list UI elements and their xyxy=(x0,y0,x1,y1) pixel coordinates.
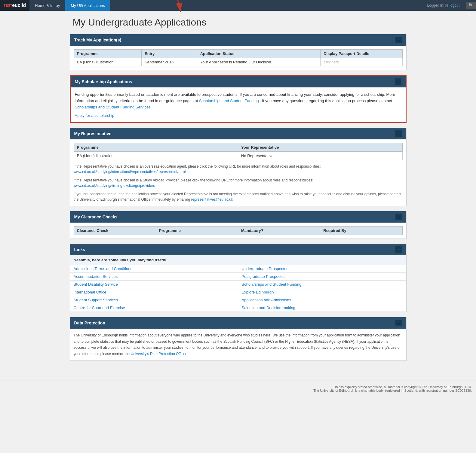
cell-passport[interactable]: click here xyxy=(321,58,402,66)
col-app-status: Application Status xyxy=(197,50,321,58)
brand-euclid: euclid xyxy=(12,3,26,8)
apply-scholarship-link[interactable]: Apply for a scholarship xyxy=(75,113,115,118)
scholarship-body: Funding opportunities primarily based on… xyxy=(71,87,406,122)
logout-link[interactable]: logout xyxy=(450,3,459,8)
track-section-header: Track My Application(s) − xyxy=(70,34,406,46)
link-scholarships-funding[interactable]: Scholarships and Student Funding xyxy=(238,281,406,288)
link-student-support[interactable]: Student Support Services xyxy=(70,296,238,304)
links-toggle[interactable]: − xyxy=(395,246,402,253)
navbar: TESTeuclid Home & Intray My UG Applicati… xyxy=(0,0,476,11)
footer-line2: The University of Edinburgh is a charita… xyxy=(4,389,472,392)
dp-toggle[interactable]: − xyxy=(395,320,402,326)
dp-body: The University of Edinburgh holds inform… xyxy=(70,329,406,360)
cell-programme: BA (Hons) Illustration xyxy=(74,58,142,66)
representative-section: My Representative − Programme Your Repre… xyxy=(70,128,407,206)
rep-programme: BA (Hons) Illustration xyxy=(74,152,238,160)
nav-links: Home & Intray My UG Applications xyxy=(29,0,110,11)
links-greeting: Neshmia, here are some links you may fin… xyxy=(70,255,406,265)
nav-ug-applications[interactable]: My UG Applications xyxy=(65,0,110,11)
footer: Unless explicitly stated otherwise, all … xyxy=(0,381,476,397)
scholarship-section-header: My Scholarship Applications − xyxy=(71,76,406,87)
data-protection-section: Data Protection − The University of Edin… xyxy=(70,317,407,361)
rep-note-2: If the Representative you have chosen is… xyxy=(74,178,403,188)
scholarship-text: Funding opportunities primarily based on… xyxy=(75,92,401,110)
col-rep-name: Your Representative xyxy=(238,143,403,152)
clearance-section-title: My Clearance Checks xyxy=(74,214,118,219)
links-section-title: Links xyxy=(74,247,85,252)
dp-section-header: Data Protection − xyxy=(70,317,406,329)
links-grid: Admissions Terms and Conditions Undergra… xyxy=(70,265,406,312)
rep-note-1: If the Representative you have chosen is… xyxy=(74,164,403,175)
footer-line1: Unless explicitly stated otherwise, all … xyxy=(4,385,472,389)
scholarship-link-1[interactable]: Scholarships and Student Funding xyxy=(199,99,259,103)
brand-test: TEST xyxy=(4,4,12,7)
scholarship-text-2: . If you have any questions regarding th… xyxy=(260,99,392,103)
clearance-body: Clearance Check Programme Mandatory? Req… xyxy=(70,223,406,239)
links-section-header: Links − xyxy=(70,244,406,255)
nav-home[interactable]: Home & Intray xyxy=(29,0,65,11)
link-accommodation[interactable]: Accommodation Services xyxy=(70,273,238,281)
col-clearance-check: Clearance Check xyxy=(74,227,156,235)
dp-text-2: . xyxy=(187,352,188,356)
track-section-title: Track My Application(s) xyxy=(74,38,121,42)
rep-link-3[interactable]: representatives@ed.ac.uk xyxy=(191,197,233,202)
link-sport[interactable]: Centre for Sport and Exercise xyxy=(70,304,238,312)
clearance-section: My Clearance Checks − Clearance Check Pr… xyxy=(70,211,407,239)
dp-text: The University of Edinburgh holds inform… xyxy=(74,332,403,357)
rep-link-2[interactable]: www.ed.ac.uk/studying/visiting-exchange/… xyxy=(74,184,155,188)
cell-entry: September 2016 xyxy=(142,58,197,66)
dp-text-1: The University of Edinburgh holds inform… xyxy=(74,333,401,356)
clearance-section-header: My Clearance Checks − xyxy=(70,211,406,223)
link-ug-prospectus[interactable]: Undergraduate Prospectus xyxy=(238,265,406,273)
link-explore-edinburgh[interactable]: Explore Edinburgh xyxy=(238,288,406,296)
page-title-area: My Undergraduate Applications xyxy=(70,14,407,34)
passport-link[interactable]: click here xyxy=(324,60,339,64)
links-section: Links − Neshmia, here are some links you… xyxy=(70,244,407,312)
link-selection[interactable]: Selection and Decision-making xyxy=(238,304,406,312)
page-wrapper: My Undergraduate Applications Track My A… xyxy=(70,11,407,375)
representative-section-header: My Representative − xyxy=(70,128,406,139)
scholarship-section-title: My Scholarship Applications xyxy=(75,79,132,84)
col-rep-programme: Programme xyxy=(74,143,238,152)
col-entry: Entry xyxy=(142,50,197,58)
scholarship-section: My Scholarship Applications − Funding op… xyxy=(70,75,407,123)
links-body: Neshmia, here are some links you may fin… xyxy=(70,255,406,312)
link-international[interactable]: International Office xyxy=(70,288,238,296)
link-disability[interactable]: Student Disability Service xyxy=(70,281,238,288)
link-pg-prospectus[interactable]: Postgraduate Prospectus xyxy=(238,273,406,281)
brand: TESTeuclid xyxy=(0,0,29,11)
dp-section-title: Data Protection xyxy=(74,321,105,325)
col-required-by: Required By xyxy=(320,227,402,235)
clearance-table: Clearance Check Programme Mandatory? Req… xyxy=(74,226,403,235)
rep-name: No Representative xyxy=(238,152,403,160)
track-section-body: Programme Entry Application Status Displ… xyxy=(70,46,406,70)
representative-section-title: My Representative xyxy=(74,131,112,136)
col-passport: Display Passport Details xyxy=(321,50,402,58)
scholarship-text-3: . xyxy=(152,105,153,109)
representative-body: Programme Your Representative BA (Hons) … xyxy=(70,139,406,206)
dp-link[interactable]: University's Data Protection Officer xyxy=(131,352,186,356)
search-button[interactable]: 🔍 xyxy=(466,2,476,9)
page-title: My Undergraduate Applications xyxy=(73,17,404,28)
col-mandatory: Mandatory? xyxy=(238,227,320,235)
representative-table: Programme Your Representative BA (Hons) … xyxy=(74,143,403,160)
representative-toggle[interactable]: − xyxy=(395,130,402,137)
logged-in-label: Logged In: N xyxy=(427,3,448,8)
rep-note-3: If you are concerned that during the app… xyxy=(74,191,403,202)
col-clearance-programme: Programme xyxy=(156,227,238,235)
cell-status: Your Application is Pending Our Decision… xyxy=(197,58,321,66)
track-toggle[interactable]: − xyxy=(395,37,402,43)
track-section: Track My Application(s) − Programme Entr… xyxy=(70,34,407,70)
table-row: BA (Hons) Illustration September 2016 Yo… xyxy=(74,58,402,66)
scholarship-link-2[interactable]: Scholarships and Student Funding Service… xyxy=(75,105,151,109)
table-row: BA (Hons) Illustration No Representative xyxy=(74,152,402,160)
col-programme: Programme xyxy=(74,50,142,58)
scholarship-toggle[interactable]: − xyxy=(395,78,401,85)
track-table: Programme Entry Application Status Displ… xyxy=(74,49,403,66)
rep-link-1[interactable]: www.ed.ac.uk/studying/international/repr… xyxy=(74,170,190,174)
link-applications-admissions[interactable]: Applications and Admissions xyxy=(238,296,406,304)
logged-in-info: Logged In: N logout xyxy=(424,3,463,8)
link-admissions[interactable]: Admissions Terms and Conditions xyxy=(70,265,238,273)
clearance-toggle[interactable]: − xyxy=(395,214,402,220)
